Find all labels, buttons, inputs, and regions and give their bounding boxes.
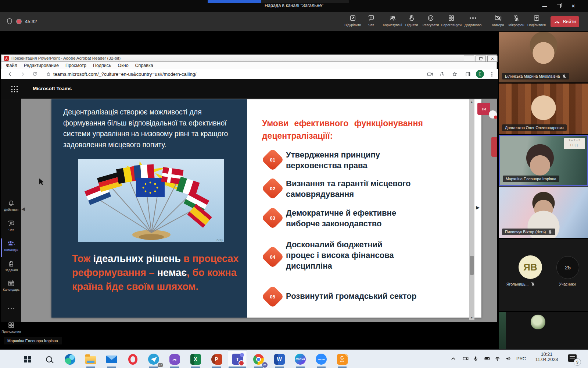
reload-icon[interactable] — [32, 71, 38, 77]
teams-icon: T — [232, 354, 243, 365]
notification-badge: 9 — [574, 358, 581, 366]
people-icon — [389, 14, 396, 22]
video-tile[interactable]: Долженков Олег Олександрович — [499, 84, 588, 134]
tray-chevron-up-icon[interactable] — [450, 355, 456, 362]
menu-file[interactable]: Файл — [6, 63, 17, 68]
document-scrollbar[interactable]: ▲ ▼ — [469, 99, 474, 320]
join-button-fragment[interactable]: ти — [477, 103, 490, 115]
acrobat-titlebar[interactable]: A Презентация PowerPoint - Adobe Acrobat… — [1, 54, 497, 62]
menu-view[interactable]: Просмотр — [65, 63, 86, 68]
chrome-profile-badge: m — [262, 362, 268, 368]
react-button[interactable]: Реагувати — [419, 14, 442, 27]
window-close-button[interactable]: ✕ — [567, 1, 579, 10]
avatar — [531, 315, 545, 329]
bookmark-star-icon[interactable] — [452, 71, 458, 77]
rail-more-icon[interactable] — [1, 304, 21, 311]
taskbar-excel[interactable]: X — [189, 352, 202, 366]
tray-camera-icon[interactable] — [462, 355, 469, 362]
taskbar-teams[interactable]: T — [230, 352, 244, 366]
running-indicator — [296, 367, 305, 368]
taskbar-opera[interactable] — [126, 352, 140, 366]
scroll-down-icon[interactable]: ▼ — [470, 316, 473, 319]
window-minimize-button[interactable]: — — [539, 1, 551, 10]
taskbar-powerpoint[interactable]: P — [209, 352, 223, 366]
view-button[interactable]: Переглянути — [440, 14, 463, 27]
tray-mic-icon[interactable] — [473, 355, 479, 362]
collapse-left-icon[interactable]: ◀ — [21, 206, 25, 212]
menu-edit[interactable]: Редактирование — [24, 63, 59, 68]
powerpoint-icon: P — [211, 354, 222, 365]
slide-left-panel: Децентралізація створює можливості для ф… — [51, 99, 247, 318]
browser-profile-avatar[interactable]: E — [476, 70, 484, 78]
taskbar-gpdf[interactable]: GPDF — [335, 352, 349, 366]
video-tile-active-speaker[interactable]: 3 + 2 = 5⌇⌇⌇⌇ Маряніна Елеонора Ігорівна — [499, 135, 588, 186]
browser-share-icon[interactable] — [439, 71, 445, 77]
overflow-tile[interactable]: ЯВ Ягольниць... 25 Учасники — [499, 239, 588, 311]
share-button[interactable]: Поділитися — [525, 14, 548, 27]
taskbar-viber[interactable] — [168, 352, 182, 366]
participant-name-badge: Маряніна Елеонора Ігорівна — [503, 176, 559, 182]
more-button[interactable]: Додатково — [461, 14, 485, 27]
side-panel-icon[interactable] — [465, 71, 471, 77]
start-button[interactable] — [21, 352, 35, 366]
tray-language[interactable]: РУС — [516, 356, 526, 361]
tray-wifi-icon[interactable] — [494, 355, 501, 362]
address-bar[interactable]: teams.microsoft.com/_?culture=en-us&coun… — [53, 71, 196, 77]
acrobat-logo-icon: A — [4, 56, 9, 61]
taskbar-chrome[interactable]: m — [251, 352, 265, 366]
menu-sign[interactable]: Подпись — [93, 63, 111, 68]
taskbar-telegram[interactable]: 27 — [147, 352, 161, 366]
rail-item-apps[interactable]: Приложения — [1, 321, 21, 333]
waffle-menu-icon[interactable] — [11, 85, 18, 92]
tray-battery-icon[interactable] — [484, 355, 491, 362]
rail-item-calendar[interactable]: Календарь — [1, 279, 21, 291]
leave-button[interactable]: Вийти — [551, 16, 579, 27]
scroll-up-icon[interactable]: ▲ — [470, 100, 473, 103]
acrobat-restore-button[interactable] — [476, 56, 486, 62]
tray-volume-icon[interactable] — [505, 355, 512, 362]
rail-item-activity[interactable]: Действия — [1, 199, 21, 212]
tab-camera-icon[interactable] — [427, 71, 433, 77]
tray-date: 11.04.2023 — [529, 357, 564, 362]
scrollbar-thumb[interactable] — [470, 256, 474, 275]
taskbar-mail[interactable] — [105, 352, 119, 366]
running-indicator — [107, 367, 116, 368]
chat-button[interactable]: Чат — [359, 14, 383, 27]
collapse-right-icon[interactable]: ▶ — [476, 205, 480, 210]
video-tile[interactable]: Білинська Марина Миколаївна — [499, 32, 588, 82]
video-tile[interactable]: Пилипчук Віктор (гість) — [499, 187, 588, 238]
menu-help[interactable]: Справка — [135, 63, 153, 68]
taskbar-canva[interactable]: Canva — [293, 352, 307, 366]
browser-menu-icon[interactable] — [491, 71, 492, 77]
taskbar-edge[interactable] — [63, 352, 77, 366]
slide-item-diamond: 01 — [261, 148, 284, 171]
video-tile-partial[interactable] — [499, 312, 588, 349]
avatar-name: Ягольниць... — [506, 282, 535, 286]
rail-item-teams[interactable]: Команды — [1, 240, 21, 252]
rail-label: Календарь — [3, 288, 19, 291]
hangup-phone-icon — [554, 18, 560, 25]
acrobat-close-button[interactable]: ✕ — [487, 56, 498, 62]
taskbar-search-button[interactable] — [42, 352, 56, 366]
running-indicator — [275, 367, 284, 368]
recording-indicator-icon — [16, 19, 22, 24]
running-indicator — [338, 367, 347, 368]
rail-item-chat[interactable]: Чат — [1, 220, 21, 232]
rail-label: Команды — [4, 248, 18, 252]
taskbar-zoom[interactable]: zoom — [314, 352, 328, 366]
rail-label: Действия — [4, 208, 18, 212]
whiteboard: 3 + 2 = 5⌇⌇⌇⌇ — [564, 138, 585, 149]
tray-clock[interactable]: 10:21 11.04.2023 — [529, 352, 564, 362]
forward-icon[interactable] — [19, 71, 26, 77]
menu-window[interactable]: Окно — [118, 63, 129, 68]
search-icon — [46, 356, 52, 362]
taskbar-word[interactable]: W — [272, 352, 286, 366]
taskbar-explorer[interactable] — [84, 352, 98, 366]
leave-label: Вийти — [563, 19, 576, 24]
rail-item-assignments[interactable]: Задания — [1, 260, 21, 272]
opera-icon — [128, 354, 137, 365]
window-restore-button[interactable] — [553, 1, 564, 10]
react-label: Реагувати — [423, 23, 439, 27]
acrobat-minimize-button[interactable]: – — [464, 56, 474, 62]
back-icon[interactable] — [7, 71, 13, 77]
